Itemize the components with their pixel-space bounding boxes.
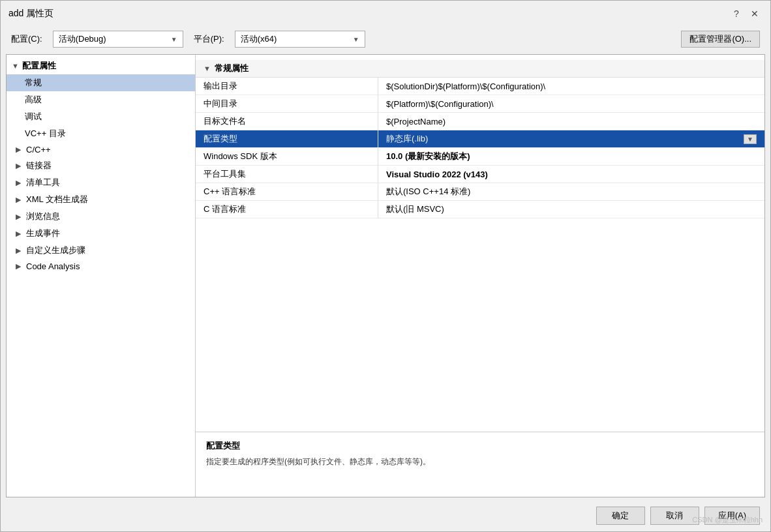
prop-name-3: 配置类型 [196,130,378,147]
tree-expand-icon: ▶ [16,179,23,187]
prop-value-text-6: 默认(ISO C++14 标准) [386,186,470,198]
tree-group-label: 配置属性 [22,60,56,72]
tree-item-label: 调试 [25,111,42,123]
left-panel: ▼ 配置属性 常规高级调试VC++ 目录▶C/C++▶链接器▶清单工具▶XML … [7,55,196,497]
tree-item-label: 浏览信息 [26,211,60,222]
prop-section-arrow-icon: ▼ [204,65,211,72]
button-row: 确定 取消 应用(A) [1,500,770,531]
description-text: 指定要生成的程序类型(例如可执行文件、静态库，动态库等等)。 [206,456,754,467]
tree-item-label: 链接器 [26,160,52,171]
title-controls: ? ✕ [729,6,763,22]
tree-item-XML文档生成器[interactable]: ▶XML 文档生成器 [7,191,195,208]
config-select-value: 活动(Debug) [59,33,166,45]
prop-value-5: Visual Studio 2022 (v143) [378,166,764,183]
tree-item-清单工具[interactable]: ▶清单工具 [7,174,195,191]
prop-value-2: $(ProjectName) [378,113,764,130]
prop-row-4: Windows SDK 版本10.0 (最新安装的版本) [196,148,764,166]
tree-expand-icon: ▶ [16,229,23,238]
prop-value-6: 默认(ISO C++14 标准) [378,183,764,200]
tree-item-label: 自定义生成步骤 [26,244,85,256]
tree-item-label: 高级 [25,94,42,106]
prop-value-0: $(SolutionDir)$(Platform)\$(Configuratio… [378,78,764,95]
tree-item-链接器[interactable]: ▶链接器 [7,157,195,174]
prop-row-5: 平台工具集Visual Studio 2022 (v143) [196,166,764,183]
help-button[interactable]: ? [729,6,744,22]
tree-group-header[interactable]: ▼ 配置属性 [7,57,195,74]
tree-expand-icon: ▶ [16,162,23,170]
dialog: add 属性页 ? ✕ 配置(C): 活动(Debug) ▼ 平台(P): 活动… [0,0,771,532]
prop-value-4: 10.0 (最新安装的版本) [378,148,764,165]
prop-name-2: 目标文件名 [196,113,378,130]
prop-name-1: 中间目录 [196,95,378,112]
prop-value-text-7: 默认(旧 MSVC) [386,203,444,215]
prop-value-text-3: 静态库(.lib) [386,133,428,145]
watermark: CSDN @是玉米粒hhh [692,515,763,525]
description-title: 配置类型 [206,440,754,452]
prop-value-text-0: $(SolutionDir)$(Platform)\$(Configuratio… [386,81,545,91]
prop-section-title: 常规属性 [215,63,249,74]
platform-select-value: 活动(x64) [241,33,348,45]
prop-row-1: 中间目录$(Platform)\$(Configuration)\ [196,95,764,113]
right-panel: ▼ 常规属性 输出目录$(SolutionDir)$(Platform)\$(C… [196,55,764,497]
tree-item-浏览信息[interactable]: ▶浏览信息 [7,208,195,225]
tree-item-CodeAnalysis[interactable]: ▶Code Analysis [7,259,195,274]
prop-row-0: 输出目录$(SolutionDir)$(Platform)\$(Configur… [196,78,764,95]
prop-row-7: C 语言标准默认(旧 MSVC) [196,201,764,218]
config-row: 配置(C): 活动(Debug) ▼ 平台(P): 活动(x64) ▼ 配置管理… [1,27,770,52]
tree-item-label: C/C++ [26,145,51,155]
title-bar: add 属性页 ? ✕ [1,1,770,27]
platform-label: 平台(P): [194,33,224,45]
prop-row-3[interactable]: 配置类型静态库(.lib)▼ [196,130,764,148]
tree-expand-icon: ▶ [16,213,23,221]
tree-item-label: Code Analysis [26,261,80,271]
prop-name-4: Windows SDK 版本 [196,148,378,165]
prop-row-6: C++ 语言标准默认(ISO C++14 标准) [196,183,764,201]
prop-dropdown-icon-3[interactable]: ▼ [744,134,757,144]
tree-expand-icon: ▶ [16,262,23,271]
tree-item-VC++目录[interactable]: VC++ 目录 [7,125,195,142]
platform-select-arrow-icon: ▼ [353,36,359,43]
main-content: ▼ 配置属性 常规高级调试VC++ 目录▶C/C++▶链接器▶清单工具▶XML … [6,54,765,497]
tree-item-自定义生成步骤[interactable]: ▶自定义生成步骤 [7,242,195,259]
config-manager-button[interactable]: 配置管理器(O)... [681,31,760,48]
tree-item-常规[interactable]: 常规 [7,74,195,91]
config-label: 配置(C): [11,33,42,45]
prop-value-1: $(Platform)\$(Configuration)\ [378,95,764,112]
prop-row-2: 目标文件名$(ProjectName) [196,113,764,130]
close-button[interactable]: ✕ [747,6,763,22]
prop-value-text-4: 10.0 (最新安装的版本) [386,151,470,162]
prop-value-3[interactable]: 静态库(.lib)▼ [378,130,764,147]
ok-button[interactable]: 确定 [596,507,645,525]
tree-item-label: XML 文档生成器 [26,194,88,205]
tree-expand-icon: ▶ [16,145,23,154]
tree-item-高级[interactable]: 高级 [7,91,195,108]
tree-items-container: 常规高级调试VC++ 目录▶C/C++▶链接器▶清单工具▶XML 文档生成器▶浏… [7,74,195,274]
prop-value-text-5: Visual Studio 2022 (v143) [386,170,488,179]
config-select[interactable]: 活动(Debug) ▼ [53,31,183,48]
tree-item-调试[interactable]: 调试 [7,108,195,125]
tree-item-C/C++[interactable]: ▶C/C++ [7,142,195,157]
tree-item-生成事件[interactable]: ▶生成事件 [7,225,195,242]
tree-expand-icon: ▶ [16,246,23,255]
prop-name-0: 输出目录 [196,78,378,95]
platform-select[interactable]: 活动(x64) ▼ [235,31,365,48]
config-select-arrow-icon: ▼ [171,36,177,43]
description-panel: 配置类型 指定要生成的程序类型(例如可执行文件、静态库，动态库等等)。 [196,432,764,497]
prop-value-text-1: $(Platform)\$(Configuration)\ [386,99,494,109]
tree-item-label: 清单工具 [26,177,60,188]
prop-name-6: C++ 语言标准 [196,183,378,200]
prop-section-header: ▼ 常规属性 [196,60,764,78]
right-top: ▼ 常规属性 输出目录$(SolutionDir)$(Platform)\$(C… [196,55,764,432]
tree-item-label: 常规 [25,77,42,89]
tree-item-label: 生成事件 [26,228,60,239]
prop-rows-container: 输出目录$(SolutionDir)$(Platform)\$(Configur… [196,78,764,218]
tree-expand-icon: ▶ [16,196,23,204]
dialog-title: add 属性页 [8,8,53,20]
prop-value-text-2: $(ProjectName) [386,117,446,126]
prop-value-7: 默认(旧 MSVC) [378,201,764,218]
tree-group-arrow-icon: ▼ [12,62,20,70]
prop-name-5: 平台工具集 [196,166,378,183]
tree-item-label: VC++ 目录 [25,128,66,140]
prop-name-7: C 语言标准 [196,201,378,218]
